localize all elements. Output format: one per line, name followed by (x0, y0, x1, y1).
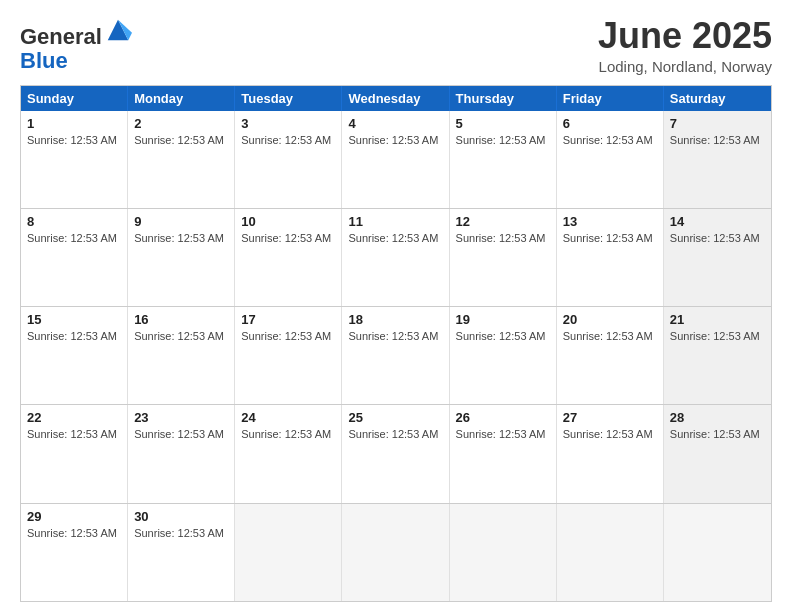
day-number: 30 (134, 509, 228, 524)
sunrise-time: Sunrise: 12:53 AM (134, 232, 228, 244)
cal-cell-2-1: 16Sunrise: 12:53 AM (128, 307, 235, 404)
calendar-week-5: 29Sunrise: 12:53 AM30Sunrise: 12:53 AM (21, 503, 771, 601)
sunrise-time: Sunrise: 12:53 AM (241, 134, 335, 146)
day-number: 15 (27, 312, 121, 327)
day-number: 24 (241, 410, 335, 425)
header-tuesday: Tuesday (235, 86, 342, 111)
cal-cell-3-6: 28Sunrise: 12:53 AM (664, 405, 771, 502)
day-number: 7 (670, 116, 765, 131)
logo: General Blue (20, 16, 132, 73)
header-friday: Friday (557, 86, 664, 111)
sunrise-time: Sunrise: 12:53 AM (563, 232, 657, 244)
location: Loding, Nordland, Norway (598, 58, 772, 75)
cal-cell-1-0: 8Sunrise: 12:53 AM (21, 209, 128, 306)
sunrise-time: Sunrise: 12:53 AM (670, 134, 765, 146)
calendar-week-1: 1Sunrise: 12:53 AM2Sunrise: 12:53 AM3Sun… (21, 111, 771, 208)
sunrise-time: Sunrise: 12:53 AM (27, 527, 121, 539)
sunrise-time: Sunrise: 12:53 AM (456, 428, 550, 440)
day-number: 18 (348, 312, 442, 327)
header-thursday: Thursday (450, 86, 557, 111)
day-number: 28 (670, 410, 765, 425)
day-number: 17 (241, 312, 335, 327)
logo-blue-text: Blue (20, 49, 132, 73)
cal-cell-4-3 (342, 504, 449, 601)
logo-icon (104, 16, 132, 44)
day-number: 22 (27, 410, 121, 425)
sunrise-time: Sunrise: 12:53 AM (563, 330, 657, 342)
day-number: 2 (134, 116, 228, 131)
cal-cell-1-5: 13Sunrise: 12:53 AM (557, 209, 664, 306)
sunrise-time: Sunrise: 12:53 AM (348, 330, 442, 342)
cal-cell-1-4: 12Sunrise: 12:53 AM (450, 209, 557, 306)
cal-cell-0-6: 7Sunrise: 12:53 AM (664, 111, 771, 208)
cal-cell-3-3: 25Sunrise: 12:53 AM (342, 405, 449, 502)
cal-cell-4-2 (235, 504, 342, 601)
cal-cell-2-4: 19Sunrise: 12:53 AM (450, 307, 557, 404)
sunrise-time: Sunrise: 12:53 AM (456, 232, 550, 244)
cal-cell-2-0: 15Sunrise: 12:53 AM (21, 307, 128, 404)
sunrise-time: Sunrise: 12:53 AM (670, 428, 765, 440)
day-number: 1 (27, 116, 121, 131)
day-number: 23 (134, 410, 228, 425)
day-number: 13 (563, 214, 657, 229)
cal-cell-4-0: 29Sunrise: 12:53 AM (21, 504, 128, 601)
day-number: 14 (670, 214, 765, 229)
calendar-week-2: 8Sunrise: 12:53 AM9Sunrise: 12:53 AM10Su… (21, 208, 771, 306)
cal-cell-4-6 (664, 504, 771, 601)
day-number: 8 (27, 214, 121, 229)
sunrise-time: Sunrise: 12:53 AM (134, 330, 228, 342)
cal-cell-0-0: 1Sunrise: 12:53 AM (21, 111, 128, 208)
cal-cell-4-1: 30Sunrise: 12:53 AM (128, 504, 235, 601)
sunrise-time: Sunrise: 12:53 AM (27, 134, 121, 146)
day-number: 6 (563, 116, 657, 131)
cal-cell-3-2: 24Sunrise: 12:53 AM (235, 405, 342, 502)
day-number: 21 (670, 312, 765, 327)
sunrise-time: Sunrise: 12:53 AM (456, 330, 550, 342)
cal-cell-1-2: 10Sunrise: 12:53 AM (235, 209, 342, 306)
day-number: 26 (456, 410, 550, 425)
title-block: June 2025 Loding, Nordland, Norway (598, 16, 772, 75)
cal-cell-0-5: 6Sunrise: 12:53 AM (557, 111, 664, 208)
cal-cell-1-1: 9Sunrise: 12:53 AM (128, 209, 235, 306)
cal-cell-2-6: 21Sunrise: 12:53 AM (664, 307, 771, 404)
sunrise-time: Sunrise: 12:53 AM (241, 428, 335, 440)
sunrise-time: Sunrise: 12:53 AM (348, 134, 442, 146)
day-number: 9 (134, 214, 228, 229)
cal-cell-0-1: 2Sunrise: 12:53 AM (128, 111, 235, 208)
sunrise-time: Sunrise: 12:53 AM (134, 134, 228, 146)
logo-text: General (20, 16, 132, 49)
sunrise-time: Sunrise: 12:53 AM (670, 330, 765, 342)
sunrise-time: Sunrise: 12:53 AM (27, 330, 121, 342)
sunrise-time: Sunrise: 12:53 AM (27, 232, 121, 244)
cal-cell-2-3: 18Sunrise: 12:53 AM (342, 307, 449, 404)
header-saturday: Saturday (664, 86, 771, 111)
cal-cell-3-5: 27Sunrise: 12:53 AM (557, 405, 664, 502)
sunrise-time: Sunrise: 12:53 AM (563, 428, 657, 440)
cal-cell-0-3: 4Sunrise: 12:53 AM (342, 111, 449, 208)
header-monday: Monday (128, 86, 235, 111)
cal-cell-1-6: 14Sunrise: 12:53 AM (664, 209, 771, 306)
day-number: 27 (563, 410, 657, 425)
cal-cell-4-4 (450, 504, 557, 601)
cal-cell-2-5: 20Sunrise: 12:53 AM (557, 307, 664, 404)
logo-general: General (20, 24, 102, 49)
page: General Blue June 2025 Loding, Nordland,… (0, 0, 792, 612)
calendar-week-4: 22Sunrise: 12:53 AM23Sunrise: 12:53 AM24… (21, 404, 771, 502)
month-title: June 2025 (598, 16, 772, 56)
sunrise-time: Sunrise: 12:53 AM (241, 330, 335, 342)
cal-cell-1-3: 11Sunrise: 12:53 AM (342, 209, 449, 306)
calendar-week-3: 15Sunrise: 12:53 AM16Sunrise: 12:53 AM17… (21, 306, 771, 404)
header: General Blue June 2025 Loding, Nordland,… (20, 16, 772, 75)
sunrise-time: Sunrise: 12:53 AM (348, 232, 442, 244)
logo-blue-label: Blue (20, 48, 68, 73)
header-sunday: Sunday (21, 86, 128, 111)
calendar-header: Sunday Monday Tuesday Wednesday Thursday… (21, 86, 771, 111)
calendar: Sunday Monday Tuesday Wednesday Thursday… (20, 85, 772, 602)
sunrise-time: Sunrise: 12:53 AM (563, 134, 657, 146)
day-number: 5 (456, 116, 550, 131)
sunrise-time: Sunrise: 12:53 AM (134, 527, 228, 539)
sunrise-time: Sunrise: 12:53 AM (241, 232, 335, 244)
day-number: 3 (241, 116, 335, 131)
sunrise-time: Sunrise: 12:53 AM (348, 428, 442, 440)
day-number: 12 (456, 214, 550, 229)
